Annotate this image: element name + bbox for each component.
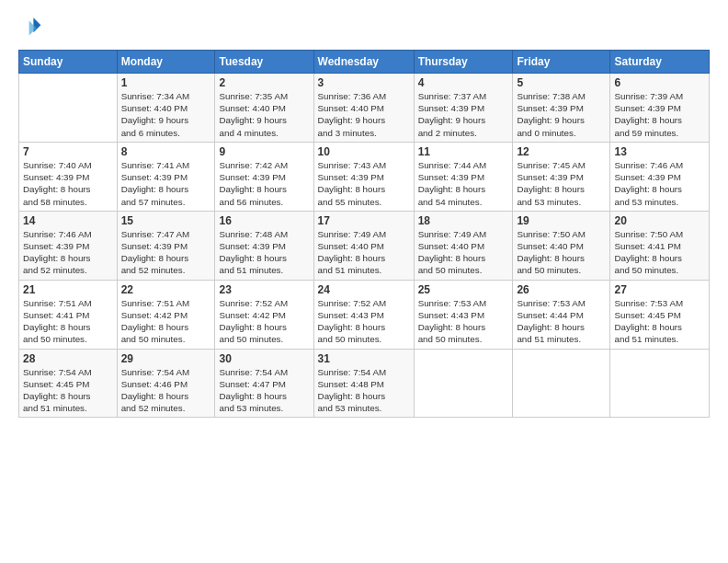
day-cell: 5Sunrise: 7:38 AM Sunset: 4:39 PM Daylig… [513, 74, 610, 143]
day-number: 24 [318, 283, 410, 296]
day-info: Sunrise: 7:44 AM Sunset: 4:39 PM Dayligh… [418, 159, 509, 208]
day-cell: 27Sunrise: 7:53 AM Sunset: 4:45 PM Dayli… [610, 280, 710, 349]
day-cell [610, 349, 710, 418]
day-cell: 15Sunrise: 7:47 AM Sunset: 4:39 PM Dayli… [117, 211, 215, 280]
day-number: 4 [418, 76, 509, 89]
weekday-friday: Friday [513, 51, 610, 74]
day-number: 2 [219, 76, 309, 89]
day-info: Sunrise: 7:52 AM Sunset: 4:42 PM Dayligh… [219, 297, 309, 346]
day-cell: 6Sunrise: 7:39 AM Sunset: 4:39 PM Daylig… [610, 74, 710, 143]
weekday-monday: Monday [117, 51, 215, 74]
day-cell: 19Sunrise: 7:50 AM Sunset: 4:40 PM Dayli… [513, 211, 610, 280]
day-cell: 31Sunrise: 7:54 AM Sunset: 4:48 PM Dayli… [313, 349, 414, 418]
day-info: Sunrise: 7:54 AM Sunset: 4:48 PM Dayligh… [318, 366, 410, 415]
day-cell: 28Sunrise: 7:54 AM Sunset: 4:45 PM Dayli… [19, 349, 118, 418]
day-number: 5 [517, 76, 606, 89]
logo-icon [20, 15, 42, 37]
header [18, 15, 710, 40]
day-cell: 29Sunrise: 7:54 AM Sunset: 4:46 PM Dayli… [117, 349, 215, 418]
day-number: 10 [318, 145, 410, 158]
day-number: 21 [23, 283, 113, 296]
day-cell: 18Sunrise: 7:49 AM Sunset: 4:40 PM Dayli… [414, 211, 513, 280]
day-number: 30 [219, 352, 309, 365]
day-cell: 22Sunrise: 7:51 AM Sunset: 4:42 PM Dayli… [117, 280, 215, 349]
day-number: 6 [614, 76, 705, 89]
day-number: 13 [614, 145, 705, 158]
day-cell: 2Sunrise: 7:35 AM Sunset: 4:40 PM Daylig… [215, 74, 313, 143]
day-info: Sunrise: 7:50 AM Sunset: 4:40 PM Dayligh… [517, 228, 606, 277]
day-info: Sunrise: 7:40 AM Sunset: 4:39 PM Dayligh… [23, 159, 113, 208]
day-cell: 3Sunrise: 7:36 AM Sunset: 4:40 PM Daylig… [313, 74, 414, 143]
day-number: 17 [318, 214, 410, 227]
logo [18, 15, 42, 40]
calendar-table: SundayMondayTuesdayWednesdayThursdayFrid… [18, 50, 710, 418]
week-row-1: 1Sunrise: 7:34 AM Sunset: 4:40 PM Daylig… [19, 74, 710, 143]
day-info: Sunrise: 7:39 AM Sunset: 4:39 PM Dayligh… [614, 90, 705, 139]
day-info: Sunrise: 7:51 AM Sunset: 4:42 PM Dayligh… [121, 297, 211, 346]
day-cell: 13Sunrise: 7:46 AM Sunset: 4:39 PM Dayli… [610, 142, 710, 211]
day-info: Sunrise: 7:48 AM Sunset: 4:39 PM Dayligh… [219, 228, 309, 277]
day-cell: 10Sunrise: 7:43 AM Sunset: 4:39 PM Dayli… [313, 142, 414, 211]
day-number: 11 [418, 145, 509, 158]
day-info: Sunrise: 7:47 AM Sunset: 4:39 PM Dayligh… [121, 228, 211, 277]
day-cell: 1Sunrise: 7:34 AM Sunset: 4:40 PM Daylig… [117, 74, 215, 143]
day-cell: 23Sunrise: 7:52 AM Sunset: 4:42 PM Dayli… [215, 280, 313, 349]
day-number: 3 [318, 76, 410, 89]
day-number: 19 [517, 214, 606, 227]
day-cell [513, 349, 610, 418]
day-info: Sunrise: 7:41 AM Sunset: 4:39 PM Dayligh… [121, 159, 211, 208]
day-cell: 20Sunrise: 7:50 AM Sunset: 4:41 PM Dayli… [610, 211, 710, 280]
day-number: 23 [219, 283, 309, 296]
day-cell: 7Sunrise: 7:40 AM Sunset: 4:39 PM Daylig… [19, 142, 118, 211]
day-info: Sunrise: 7:35 AM Sunset: 4:40 PM Dayligh… [219, 90, 309, 139]
day-cell: 12Sunrise: 7:45 AM Sunset: 4:39 PM Dayli… [513, 142, 610, 211]
day-number: 22 [121, 283, 211, 296]
day-info: Sunrise: 7:54 AM Sunset: 4:45 PM Dayligh… [23, 366, 113, 415]
day-info: Sunrise: 7:49 AM Sunset: 4:40 PM Dayligh… [418, 228, 509, 277]
day-cell: 24Sunrise: 7:52 AM Sunset: 4:43 PM Dayli… [313, 280, 414, 349]
weekday-wednesday: Wednesday [313, 51, 414, 74]
day-info: Sunrise: 7:53 AM Sunset: 4:44 PM Dayligh… [517, 297, 606, 346]
day-number: 8 [121, 145, 211, 158]
day-info: Sunrise: 7:34 AM Sunset: 4:40 PM Dayligh… [121, 90, 211, 139]
day-cell [414, 349, 513, 418]
day-cell: 17Sunrise: 7:49 AM Sunset: 4:40 PM Dayli… [313, 211, 414, 280]
day-number: 18 [418, 214, 509, 227]
day-cell: 21Sunrise: 7:51 AM Sunset: 4:41 PM Dayli… [19, 280, 118, 349]
day-cell: 30Sunrise: 7:54 AM Sunset: 4:47 PM Dayli… [215, 349, 313, 418]
day-cell: 25Sunrise: 7:53 AM Sunset: 4:43 PM Dayli… [414, 280, 513, 349]
day-info: Sunrise: 7:52 AM Sunset: 4:43 PM Dayligh… [318, 297, 410, 346]
day-number: 28 [23, 352, 113, 365]
day-number: 25 [418, 283, 509, 296]
day-number: 27 [614, 283, 705, 296]
day-info: Sunrise: 7:50 AM Sunset: 4:41 PM Dayligh… [614, 228, 705, 277]
day-info: Sunrise: 7:45 AM Sunset: 4:39 PM Dayligh… [517, 159, 606, 208]
day-info: Sunrise: 7:51 AM Sunset: 4:41 PM Dayligh… [23, 297, 113, 346]
day-info: Sunrise: 7:37 AM Sunset: 4:39 PM Dayligh… [418, 90, 509, 139]
week-row-2: 7Sunrise: 7:40 AM Sunset: 4:39 PM Daylig… [19, 142, 710, 211]
day-info: Sunrise: 7:42 AM Sunset: 4:39 PM Dayligh… [219, 159, 309, 208]
day-number: 14 [23, 214, 113, 227]
day-info: Sunrise: 7:43 AM Sunset: 4:39 PM Dayligh… [318, 159, 410, 208]
day-info: Sunrise: 7:54 AM Sunset: 4:47 PM Dayligh… [219, 366, 309, 415]
day-info: Sunrise: 7:38 AM Sunset: 4:39 PM Dayligh… [517, 90, 606, 139]
day-cell: 11Sunrise: 7:44 AM Sunset: 4:39 PM Dayli… [414, 142, 513, 211]
day-number: 29 [121, 352, 211, 365]
weekday-tuesday: Tuesday [215, 51, 313, 74]
weekday-thursday: Thursday [414, 51, 513, 74]
day-cell: 14Sunrise: 7:46 AM Sunset: 4:39 PM Dayli… [19, 211, 118, 280]
day-number: 15 [121, 214, 211, 227]
day-cell [19, 74, 118, 143]
day-number: 20 [614, 214, 705, 227]
week-row-4: 21Sunrise: 7:51 AM Sunset: 4:41 PM Dayli… [19, 280, 710, 349]
day-number: 26 [517, 283, 606, 296]
day-info: Sunrise: 7:53 AM Sunset: 4:43 PM Dayligh… [418, 297, 509, 346]
day-number: 31 [318, 352, 410, 365]
day-info: Sunrise: 7:53 AM Sunset: 4:45 PM Dayligh… [614, 297, 705, 346]
day-cell: 4Sunrise: 7:37 AM Sunset: 4:39 PM Daylig… [414, 74, 513, 143]
day-number: 16 [219, 214, 309, 227]
day-number: 12 [517, 145, 606, 158]
day-number: 9 [219, 145, 309, 158]
page: SundayMondayTuesdayWednesdayThursdayFrid… [0, 0, 728, 563]
svg-marker-0 [33, 17, 40, 32]
